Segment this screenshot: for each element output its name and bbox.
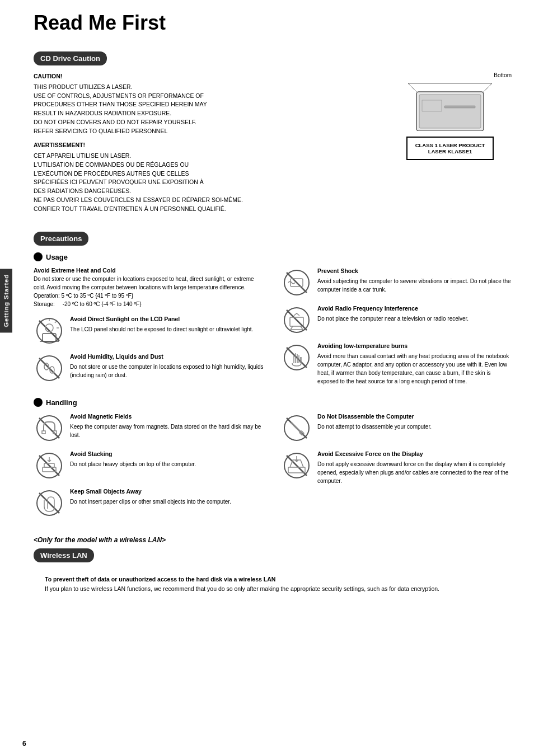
usage-title: Usage (34, 252, 512, 261)
usage-item-burns: Avoiding low-temperature burns Avoid mor… (281, 342, 512, 386)
handling-item-force: Avoid Excessive Force on the Display Do … (281, 450, 512, 485)
usage-item-shock: Prevent Shock Avoid subjecting the compu… (281, 267, 512, 298)
no-disassemble-icon (281, 412, 312, 443)
small-objects-text: Keep Small Objects Away Do not insert pa… (70, 487, 264, 506)
disassemble-text: Do Not Disassemble the Computer Do not a… (317, 412, 512, 431)
wireless-section: <Only for the model with a wireless LAN>… (34, 536, 512, 599)
sunlight-title: Avoid Direct Sunlight on the LCD Panel (70, 315, 264, 324)
precautions-section: Precautions Usage Avoid Extreme Heat and… (34, 232, 512, 525)
svg-rect-35 (42, 431, 45, 434)
side-tab: Getting Started (0, 269, 12, 332)
avertissement-body: CET APPAREIL UTILISE UN LASER. L'UTILISA… (34, 152, 377, 213)
wireless-body: If you plan to use wireless LAN function… (45, 585, 439, 592)
svg-line-7 (408, 83, 416, 92)
only-model-label: <Only for the model with a wireless LAN> (34, 536, 512, 544)
caution-label: CAUTION! (34, 72, 377, 81)
stack-text: Avoid Stacking Do not place heavy object… (70, 450, 264, 468)
humidity-body: Do not store or use the computer in loca… (70, 363, 264, 379)
laser-product-box: CLASS 1 LASER PRODUCT LASER KLASSE1 (406, 137, 494, 160)
humidity-text: Avoid Humidity, Liquids and Dust Do not … (70, 353, 264, 379)
no-shock-icon (281, 267, 312, 298)
burns-text: Avoiding low-temperature burns Avoid mor… (317, 342, 512, 386)
no-force-icon (281, 450, 312, 481)
svg-line-32 (287, 348, 307, 368)
rf-body: Do not place the computer near a televis… (317, 314, 512, 323)
usage-bullet (34, 252, 43, 261)
shock-text: Prevent Shock Avoid subjecting the compu… (317, 267, 512, 294)
no-clips-icon (34, 487, 64, 518)
sunlight-body: The LCD panel should not be exposed to d… (70, 325, 264, 334)
cd-caution-header: CD Drive Caution (34, 51, 107, 65)
handling-item-small-objects: Keep Small Objects Away Do not insert pa… (34, 487, 264, 518)
svg-line-42 (39, 493, 59, 513)
no-magnet-icon (34, 412, 64, 443)
stack-body: Do not place heavy objects on top of the… (70, 460, 264, 468)
cd-diagram: Bottom CLASS 1 LASER PRODUCT L (388, 72, 512, 218)
heat-cold-body: Do not store or use the computer in loca… (34, 275, 264, 308)
wireless-header: Wireless LAN (34, 548, 94, 562)
force-text: Avoid Excessive Force on the Display Do … (317, 450, 512, 485)
handling-item-disassemble: Do Not Disassemble the Computer Do not a… (281, 412, 512, 443)
laptop-diagram-svg (405, 81, 495, 131)
magnetic-body: Keep the computer away from magnets. Dat… (70, 422, 264, 439)
shock-title: Prevent Shock (317, 267, 512, 276)
small-objects-body: Do not insert paper clips or other small… (70, 497, 264, 506)
usage-item-heat-cold: Avoid Extreme Heat and Cold Do not store… (34, 267, 264, 308)
svg-line-45 (291, 422, 302, 434)
humidity-title: Avoid Humidity, Liquids and Dust (70, 353, 264, 361)
caution-body: THIS PRODUCT UTILIZES A LASER. USE OF CO… (34, 83, 377, 136)
usage-left-col: Avoid Extreme Heat and Cold Do not store… (34, 267, 264, 392)
cd-caution-section: CD Drive Caution CAUTION! THIS PRODUCT U… (34, 51, 512, 218)
no-stack-icon (34, 450, 64, 481)
svg-line-28 (291, 326, 293, 330)
handling-right-col: Do Not Disassemble the Computer Do not a… (281, 412, 512, 525)
no-sunlight-icon (34, 315, 64, 346)
handling-item-magnetic: Avoid Magnetic Fields Keep the computer … (34, 412, 264, 443)
usage-item-humidity: Avoid Humidity, Liquids and Dust Do not … (34, 353, 264, 383)
burns-title: Avoiding low-temperature burns (317, 342, 512, 351)
sunlight-text: Avoid Direct Sunlight on the LCD Panel T… (70, 315, 264, 334)
wireless-content: To prevent theft of data or unauthorized… (34, 569, 512, 599)
svg-rect-2 (444, 106, 475, 108)
avertissement-label: AVERTISSEMENT! (34, 141, 377, 150)
shock-body: Avoid subjecting the computer to severe … (317, 277, 512, 294)
usage-item-rf: Avoid Radio Frequency Interference Do no… (281, 304, 512, 335)
usage-item-sunlight: Avoid Direct Sunlight on the LCD Panel T… (34, 315, 264, 346)
page-number: 6 (22, 740, 26, 748)
cd-caution-text: CAUTION! THIS PRODUCT UTILIZES A LASER. … (34, 72, 377, 218)
page-title: Read Me First (34, 11, 512, 35)
handling-subsection: Handling (34, 398, 512, 525)
no-rf-icon (281, 304, 312, 335)
handling-left-col: Avoid Magnetic Fields Keep the computer … (34, 412, 264, 525)
burns-body: Avoid more than casual contact with any … (317, 352, 512, 386)
disassemble-body: Do not attempt to disassemble your compu… (317, 422, 512, 431)
rf-text: Avoid Radio Frequency Interference Do no… (317, 304, 512, 323)
precautions-header: Precautions (34, 232, 88, 246)
handling-bullet (34, 398, 43, 407)
bottom-label: Bottom (388, 72, 512, 78)
magnetic-text: Avoid Magnetic Fields Keep the computer … (70, 412, 264, 439)
heat-cold-title: Avoid Extreme Heat and Cold (34, 267, 264, 274)
force-title: Avoid Excessive Force on the Display (317, 450, 512, 459)
svg-line-8 (484, 83, 492, 92)
svg-line-23 (287, 273, 307, 293)
disassemble-title: Do Not Disassemble the Computer (317, 412, 512, 421)
usage-right-col: Prevent Shock Avoid subjecting the compu… (281, 267, 512, 392)
force-body: Do not apply excessive downward force on… (317, 460, 512, 485)
no-burns-icon (281, 342, 312, 373)
wireless-bold: To prevent theft of data or unauthorized… (45, 576, 275, 583)
svg-line-34 (39, 418, 59, 438)
small-objects-title: Keep Small Objects Away (70, 487, 264, 496)
handling-item-stack: Avoid Stacking Do not place heavy object… (34, 450, 264, 481)
handling-title: Handling (34, 398, 512, 407)
svg-line-14 (55, 321, 57, 323)
stack-title: Avoid Stacking (70, 450, 264, 459)
svg-line-19 (39, 358, 59, 378)
no-humidity-icon (34, 353, 64, 383)
usage-subsection: Usage Avoid Extreme Heat and Cold Do not… (34, 252, 512, 392)
magnetic-title: Avoid Magnetic Fields (70, 412, 264, 421)
rf-title: Avoid Radio Frequency Interference (317, 304, 512, 313)
